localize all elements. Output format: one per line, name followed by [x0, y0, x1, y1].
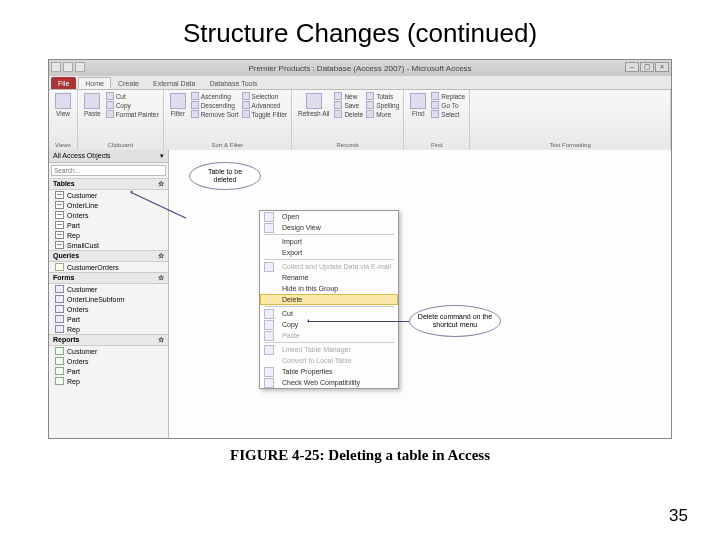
- nav-report-orders[interactable]: Orders: [49, 356, 168, 366]
- tab-external-data[interactable]: External Data: [146, 77, 202, 89]
- refresh-all-button[interactable]: Refresh All: [296, 92, 331, 118]
- nav-group-forms[interactable]: Forms☆: [49, 272, 168, 284]
- totals-button[interactable]: Totals: [366, 92, 399, 100]
- delete-record-button[interactable]: Delete: [334, 110, 363, 118]
- select-icon: [431, 110, 439, 118]
- tab-create[interactable]: Create: [111, 77, 146, 89]
- format-painter-button[interactable]: Format Painter: [106, 110, 159, 118]
- page-number: 35: [669, 506, 688, 526]
- ctx-import[interactable]: Import: [260, 236, 398, 247]
- nav-form-orders[interactable]: Orders: [49, 304, 168, 314]
- table-icon: [55, 231, 64, 239]
- maximize-button[interactable]: ▢: [640, 62, 654, 72]
- remove-sort-button[interactable]: Remove Sort: [191, 110, 239, 118]
- replace-button[interactable]: Replace: [431, 92, 465, 100]
- separator: [264, 234, 394, 235]
- delete-icon: [334, 110, 342, 118]
- design-icon: [264, 223, 274, 233]
- nav-form-customer[interactable]: Customer: [49, 284, 168, 294]
- report-icon: [55, 347, 64, 355]
- group-sort-filter: Filter Ascending Descending Remove Sort …: [164, 90, 292, 150]
- cut-button[interactable]: Cut: [106, 92, 159, 100]
- tab-file[interactable]: File: [51, 77, 76, 89]
- ascending-button[interactable]: Ascending: [191, 92, 239, 100]
- filter-button[interactable]: Filter: [168, 92, 188, 118]
- nav-group-reports[interactable]: Reports☆: [49, 334, 168, 346]
- filter-icon: [170, 93, 186, 109]
- save-record-button[interactable]: Save: [334, 101, 363, 109]
- nav-group-tables[interactable]: Tables☆: [49, 178, 168, 190]
- form-icon: [55, 295, 64, 303]
- ctx-hide[interactable]: Hide in this Group: [260, 283, 398, 294]
- nav-form-orderlinesubform[interactable]: OrderLineSubform: [49, 294, 168, 304]
- toggle-filter-button[interactable]: Toggle Filter: [242, 110, 287, 118]
- ctx-convert-local: Convert to Local Table: [260, 355, 398, 366]
- form-icon: [55, 315, 64, 323]
- ctx-paste: Paste: [260, 330, 398, 341]
- chevron-down-icon: ▾: [160, 152, 164, 160]
- ribbon: View Views Paste Cut Copy Format Painter…: [49, 90, 671, 150]
- report-icon: [55, 357, 64, 365]
- minimize-button[interactable]: –: [625, 62, 639, 72]
- group-views: View Views: [49, 90, 78, 150]
- save-icon: [334, 101, 342, 109]
- descending-button[interactable]: Descending: [191, 101, 239, 109]
- paste-button[interactable]: Paste: [82, 92, 103, 118]
- paste-icon: [84, 93, 100, 109]
- totals-icon: [366, 92, 374, 100]
- more-icon: [366, 110, 374, 118]
- nav-table-smallcust[interactable]: SmallCust: [49, 240, 168, 250]
- nav-group-queries[interactable]: Queries☆: [49, 250, 168, 262]
- nav-form-rep[interactable]: Rep: [49, 324, 168, 334]
- view-button[interactable]: View: [53, 92, 73, 118]
- ctx-rename[interactable]: Rename: [260, 272, 398, 283]
- separator: [264, 306, 394, 307]
- sort-desc-icon: [191, 101, 199, 109]
- find-button[interactable]: Find: [408, 92, 428, 118]
- tab-home[interactable]: Home: [78, 77, 111, 89]
- nav-report-part[interactable]: Part: [49, 366, 168, 376]
- new-record-button[interactable]: New: [334, 92, 363, 100]
- ctx-open[interactable]: Open: [260, 211, 398, 222]
- spelling-button[interactable]: Spelling: [366, 101, 399, 109]
- selection-button[interactable]: Selection: [242, 92, 287, 100]
- nav-report-customer[interactable]: Customer: [49, 346, 168, 356]
- ctx-cut[interactable]: Cut: [260, 308, 398, 319]
- group-records: Refresh All New Save Delete Totals Spell…: [292, 90, 404, 150]
- nav-table-part[interactable]: Part: [49, 220, 168, 230]
- nav-header[interactable]: All Access Objects▾: [49, 150, 168, 163]
- nav-table-customer[interactable]: Customer: [49, 190, 168, 200]
- window-titlebar: Premier Products : Database (Access 2007…: [49, 60, 671, 76]
- nav-table-orders[interactable]: Orders: [49, 210, 168, 220]
- nav-query-customerorders[interactable]: CustomerOrders: [49, 262, 168, 272]
- nav-table-rep[interactable]: Rep: [49, 230, 168, 240]
- figure-caption: FIGURE 4-25: Deleting a table in Access: [0, 447, 720, 464]
- workspace: All Access Objects▾ Tables☆ Customer Ord…: [49, 150, 671, 438]
- tab-database-tools[interactable]: Database Tools: [202, 77, 264, 89]
- quick-access-toolbar[interactable]: [51, 62, 85, 72]
- advanced-button[interactable]: Advanced: [242, 101, 287, 109]
- copy-button[interactable]: Copy: [106, 101, 159, 109]
- ctx-export[interactable]: Export: [260, 247, 398, 258]
- ctx-table-properties[interactable]: Table Properties: [260, 366, 398, 377]
- report-icon: [55, 377, 64, 385]
- group-clipboard: Paste Cut Copy Format Painter Clipboard: [78, 90, 164, 150]
- separator: [264, 342, 394, 343]
- close-button[interactable]: ×: [655, 62, 669, 72]
- ctx-check-web-compat[interactable]: Check Web Compatibility: [260, 377, 398, 388]
- view-icon: [55, 93, 71, 109]
- more-button[interactable]: More: [366, 110, 399, 118]
- nav-search-input[interactable]: [51, 165, 166, 176]
- copy-icon: [264, 320, 274, 330]
- select-button[interactable]: Select: [431, 110, 465, 118]
- goto-button[interactable]: Go To: [431, 101, 465, 109]
- new-icon: [334, 92, 342, 100]
- nav-report-rep[interactable]: Rep: [49, 376, 168, 386]
- nav-form-part[interactable]: Part: [49, 314, 168, 324]
- collapse-icon: ☆: [158, 252, 164, 260]
- ctx-design-view[interactable]: Design View: [260, 222, 398, 233]
- format-painter-icon: [106, 110, 114, 118]
- table-icon: [55, 221, 64, 229]
- ctx-delete[interactable]: Delete: [260, 294, 398, 305]
- spelling-icon: [366, 101, 374, 109]
